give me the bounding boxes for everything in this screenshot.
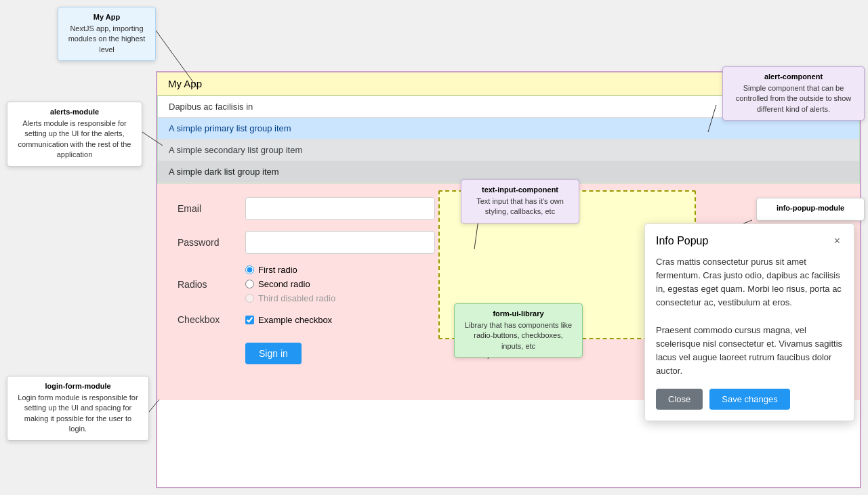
tooltip-info-popup-title: info-popup-module (765, 204, 856, 212)
tooltip-login-form-body: Login form module is responsible for set… (16, 393, 140, 435)
email-input[interactable] (245, 197, 435, 220)
info-popup-header: Info Popup × (656, 235, 843, 247)
radio2-item[interactable]: Second radio (245, 279, 335, 289)
info-popup-footer: Close Save changes (656, 389, 843, 410)
info-popup-close-button[interactable]: × (831, 235, 843, 247)
checkbox1-label: Example checkbox (258, 315, 332, 325)
radio2-label: Second radio (258, 279, 310, 289)
radios-group: First radio Second radio Third disabled … (245, 265, 335, 303)
tooltip-alerts-module-body: Alerts module is responsible for setting… (16, 119, 133, 160)
radio1-label: First radio (258, 265, 297, 275)
close-button[interactable]: Close (656, 389, 703, 410)
radios-label: Radios (178, 279, 245, 290)
email-label: Email (178, 203, 245, 214)
tooltip-alerts-module: alerts-module Alerts module is responsib… (7, 102, 142, 167)
radio3-item: Third disabled radio (245, 293, 335, 303)
app-title: My App (168, 78, 202, 89)
tooltip-alert-component-title: alert-component (731, 72, 856, 81)
save-changes-button[interactable]: Save changes (709, 389, 789, 410)
tooltip-my-app-body: NextJS app, importing modules on the hig… (66, 24, 147, 55)
radio1-item[interactable]: First radio (245, 265, 335, 275)
tooltip-login-form-title: login-form-module (16, 382, 140, 390)
info-popup-body: Cras mattis consectetur purus sit amet f… (656, 255, 843, 378)
tooltip-alert-component-body: Simple component that can be controlled … (731, 83, 856, 114)
tooltip-login-form-module: login-form-module Login form module is r… (7, 376, 149, 441)
tooltip-form-ui-library-body: Library that has components like radio-b… (463, 320, 574, 351)
password-input[interactable] (245, 231, 435, 254)
tooltip-text-input-component: text-input-component Text input that has… (461, 179, 579, 223)
tooltip-form-ui-library: form-ui-library Library that has compone… (454, 303, 583, 358)
radio1-input[interactable] (245, 265, 254, 274)
info-popup: Info Popup × Cras mattis consectetur pur… (644, 223, 854, 421)
checkbox1-item[interactable]: Example checkbox (245, 315, 332, 325)
tooltip-info-popup-module: info-popup-module (756, 198, 865, 221)
password-label: Password (178, 237, 245, 248)
info-popup-title: Info Popup (656, 235, 708, 247)
tooltip-text-input-body: Text input that has it's own styling, ca… (470, 196, 571, 217)
radio3-input (245, 294, 254, 303)
tooltip-alerts-module-title: alerts-module (16, 108, 133, 116)
radio2-input[interactable] (245, 280, 254, 288)
tooltip-text-input-title: text-input-component (470, 186, 571, 194)
tooltip-form-ui-library-title: form-ui-library (463, 309, 574, 318)
tooltip-alert-component: alert-component Simple component that ca… (722, 66, 865, 121)
tooltip-my-app: My App NextJS app, importing modules on … (58, 7, 156, 61)
sign-in-button[interactable]: Sign in (245, 343, 302, 364)
checkbox1-input[interactable] (245, 316, 254, 324)
list-item-primary: A simple primary list group item (158, 118, 859, 139)
checkbox-label: Checkbox (178, 314, 245, 325)
list-item-secondary: A simple secondary list group item (158, 139, 859, 161)
radio3-label: Third disabled radio (258, 293, 335, 303)
tooltip-my-app-title: My App (66, 13, 147, 21)
